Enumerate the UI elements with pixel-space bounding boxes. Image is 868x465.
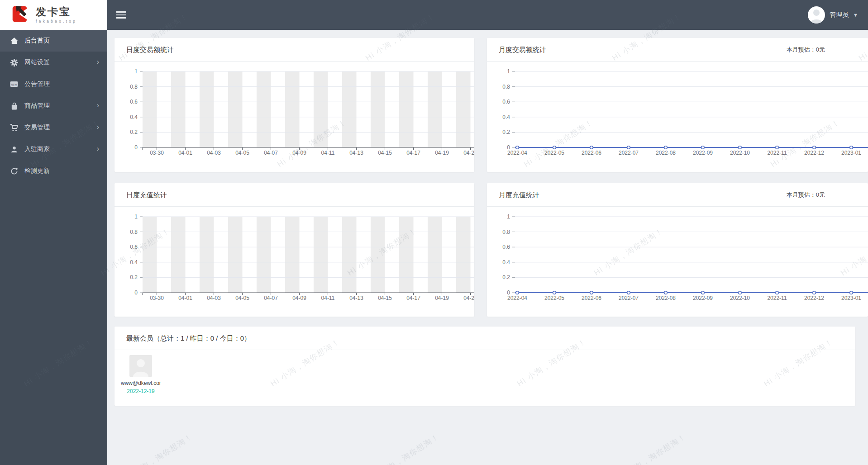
top-navbar: 管理员 ▼ [107,0,868,30]
svg-text:2022-08: 2022-08 [656,295,676,301]
svg-text:04-03: 04-03 [207,150,221,156]
svg-text:0.2: 0.2 [130,129,138,135]
logo-title: 发卡宝 [36,6,77,18]
svg-text:04-17: 04-17 [406,150,420,156]
sidebar-item-site-settings[interactable]: 网站设置 › [0,52,107,73]
svg-text:04-11: 04-11 [321,150,335,156]
svg-text:0.8: 0.8 [130,84,138,90]
sidebar-item-announcements[interactable]: NEW 公告管理 [0,73,107,95]
chevron-down-icon: ▼ [853,12,858,18]
monthly-trade-card: 月度交易额统计 本月预估：0元 00.20.40.60.812022-04202… [487,38,868,172]
svg-text:04-09: 04-09 [292,150,306,156]
svg-text:2022-04: 2022-04 [507,150,527,156]
card-header: 日度充值统计 [114,183,474,207]
home-icon [10,37,18,45]
svg-text:03-30: 03-30 [150,295,164,301]
svg-text:0.4: 0.4 [502,259,510,266]
svg-text:2022-11: 2022-11 [767,295,787,301]
new-badge-icon: NEW [10,80,18,88]
sidebar-menu: 后台首页 网站设置 › NEW 公告管理 商品管理 › [0,30,107,182]
svg-text:0.6: 0.6 [502,99,510,105]
user-avatar [808,6,825,24]
svg-text:2023-01: 2023-01 [841,150,861,156]
svg-text:2023-01: 2023-01 [841,295,861,301]
chart-title: 日度交易额统计 [126,46,174,53]
svg-text:1: 1 [134,68,138,75]
latest-members-card: 最新会员（总计：1 / 昨日：0 / 今日：0） www@dkewl.com 2… [114,327,855,406]
svg-text:0.4: 0.4 [502,114,510,120]
svg-text:04-11: 04-11 [321,295,335,301]
chevron-right-icon: › [97,101,99,109]
member-email: www@dkewl.com [121,380,161,386]
svg-text:0.6: 0.6 [130,99,138,105]
svg-text:0.2: 0.2 [130,274,138,280]
svg-text:2022-05: 2022-05 [544,295,564,301]
svg-text:2022-09: 2022-09 [693,295,713,301]
main-content: 日度交易额统计 00.20.40.60.8103-3004-0104-0304-… [107,30,868,465]
sidebar-toggle-button[interactable] [116,10,127,20]
sidebar-item-label: 入驻商家 [24,145,50,153]
chevron-right-icon: › [97,145,99,153]
sidebar-item-products[interactable]: 商品管理 › [0,95,107,117]
sidebar: 发卡宝 fakabao.top 后台首页 网站设置 › NEW [0,0,107,465]
chevron-right-icon: › [97,58,99,66]
member-avatar [129,355,152,377]
svg-text:04-15: 04-15 [378,150,392,156]
svg-text:0.4: 0.4 [130,114,138,120]
sidebar-item-label: 网站设置 [24,58,50,66]
card-header: 最新会员（总计：1 / 昨日：0 / 今日：0） [114,327,855,350]
member-item[interactable]: www@dkewl.com 2022-12-19 [121,355,161,394]
svg-text:1: 1 [507,214,510,220]
svg-text:04-05: 04-05 [235,150,249,156]
svg-text:2022-06: 2022-06 [582,150,601,156]
svg-text:1: 1 [134,214,138,220]
svg-text:0: 0 [134,289,138,296]
user-menu[interactable]: 管理员 ▼ [808,0,858,30]
svg-text:04-17: 04-17 [406,295,420,301]
sidebar-item-label: 检测更新 [24,167,50,175]
logo-domain: fakabao.top [36,19,77,24]
svg-text:04-19: 04-19 [435,150,449,156]
svg-text:03-30: 03-30 [150,150,164,156]
charts-row-2: 日度充值统计 00.20.40.60.8103-3004-0104-0304-0… [114,183,868,317]
svg-text:2022-08: 2022-08 [656,150,676,156]
user-icon [10,145,18,153]
card-header: 月度交易额统计 本月预估：0元 [487,38,868,62]
svg-text:1: 1 [507,68,510,75]
gear-icon [10,58,18,66]
svg-text:0.6: 0.6 [502,244,510,250]
user-name: 管理员 [830,11,849,19]
svg-text:2022-07: 2022-07 [619,150,639,156]
charts-row-1: 日度交易额统计 00.20.40.60.8103-3004-0104-0304-… [114,38,868,172]
logo[interactable]: 发卡宝 fakabao.top [0,0,107,30]
sidebar-item-label: 公告管理 [24,80,50,88]
sidebar-item-check-update[interactable]: 检测更新 [0,160,107,182]
shopping-bag-icon [10,102,18,110]
sidebar-item-merchants[interactable]: 入驻商家 › [0,138,107,160]
svg-text:2022-12: 2022-12 [804,150,824,156]
sidebar-item-label: 商品管理 [24,102,50,110]
sidebar-item-label: 后台首页 [24,37,50,45]
latest-members-title: 最新会员（总计：1 / 昨日：0 / 今日：0） [126,334,251,342]
daily-recharge-chart: 00.20.40.60.8103-3004-0104-0304-0504-070… [114,207,474,304]
daily-trade-card: 日度交易额统计 00.20.40.60.8103-3004-0104-0304-… [114,38,474,172]
svg-text:04-21: 04-21 [463,150,474,156]
svg-text:04-13: 04-13 [349,150,363,156]
chart-title: 日度充值统计 [126,191,167,199]
svg-text:2022-07: 2022-07 [619,295,639,301]
svg-text:2022-10: 2022-10 [730,150,750,156]
svg-text:04-15: 04-15 [378,295,392,301]
svg-text:0.8: 0.8 [502,229,510,235]
sidebar-item-transactions[interactable]: 交易管理 › [0,117,107,138]
card-header: 月度充值统计 本月预估：0元 [487,183,868,207]
svg-text:04-13: 04-13 [349,295,363,301]
sidebar-item-dashboard[interactable]: 后台首页 [0,30,107,52]
svg-text:0.6: 0.6 [130,244,138,250]
svg-text:NEW: NEW [11,83,18,86]
sidebar-item-label: 交易管理 [24,123,50,132]
svg-text:0.8: 0.8 [130,229,138,235]
svg-text:2022-04: 2022-04 [507,295,527,301]
svg-text:04-01: 04-01 [178,295,192,301]
svg-text:2022-05: 2022-05 [544,150,564,156]
svg-text:0.8: 0.8 [502,84,510,90]
